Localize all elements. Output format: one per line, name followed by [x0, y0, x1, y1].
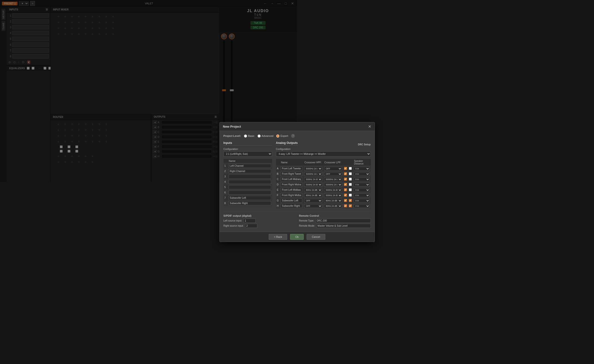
outputs-column: Analog Outputs DRC Setup Configuration: … [276, 141, 297, 182]
modal-columns: Inputs Configuration: 2.1 (Left/Right, S… [224, 141, 297, 182]
output-row-letter: B [276, 171, 280, 177]
radio-advanced: Advanced [258, 134, 274, 138]
radio-advanced-input[interactable] [258, 134, 261, 138]
new-project-modal: New Project ✕ Project Level: Basic Advan… [219, 122, 297, 182]
modal-header: New Project ✕ [220, 122, 297, 131]
input-row-name [228, 163, 272, 169]
input-row-name [228, 174, 272, 179]
output-table-row: A 5000Hz 24 dB L-l OFF [276, 166, 297, 171]
radio-basic: Basic [244, 134, 255, 138]
input-row-num: 2 [224, 169, 228, 174]
input-row-num: 3 [224, 174, 228, 179]
output-row-letter: D [276, 182, 280, 182]
input-name-edit[interactable] [229, 174, 271, 179]
inputs-table: Name: 1 2 3 4 [224, 159, 272, 182]
output-table-row: D 500Hz 24 dB L-R 5000Hz 24 dB L-l [276, 182, 297, 182]
project-level-label: Project Level: [224, 134, 241, 137]
output-row-letter: A [276, 166, 280, 171]
input-table-body: 1 2 3 4 5 6 [224, 163, 272, 182]
modal-overlay: New Project ✕ Project Level: Basic Advan… [0, 0, 297, 182]
input-row-name [228, 179, 272, 182]
output-row-name [280, 182, 297, 182]
output-config-select[interactable]: 4-way: L/R Tweeter >< Midrange >< Woofer [276, 151, 297, 157]
output-row-name [280, 177, 297, 182]
radio-basic-input[interactable] [244, 134, 247, 138]
input-table-row: 3 [224, 174, 272, 179]
output-name-edit[interactable] [281, 177, 297, 181]
input-name-edit[interactable] [229, 164, 271, 168]
output-table-row: C 500Hz 24 dB L-R 5000Hz 24 dB L-l [276, 177, 297, 182]
output-config-label: Configuration: [276, 148, 297, 150]
output-table-row: B 5000Hz 24 dB L-l OFF [276, 171, 297, 177]
project-level-row: Project Level: Basic Advanced Expert ? [224, 134, 297, 138]
input-row-name [228, 169, 272, 174]
help-icon-btn[interactable]: ? [291, 134, 295, 138]
out-th-letter [276, 159, 280, 166]
outputs-table: Name: Crossover HPF: Crossover LPF: Spea… [276, 159, 297, 182]
output-row-name [280, 171, 297, 177]
input-name-edit[interactable] [229, 169, 271, 173]
input-table-row: 2 [224, 169, 272, 174]
output-row-letter: C [276, 177, 280, 182]
modal-body: Project Level: Basic Advanced Expert ? [220, 131, 297, 182]
input-row-num: 4 [224, 179, 228, 182]
input-config-label: Configuration: [224, 148, 272, 150]
input-row-num: 1 [224, 163, 228, 169]
input-name-header: Name: [228, 159, 272, 163]
output-name-edit[interactable] [281, 172, 297, 176]
radio-expert: Expert [276, 134, 288, 138]
modal-title: New Project [223, 125, 241, 128]
radio-advanced-label: Advanced [262, 134, 274, 137]
radio-basic-label: Basic [248, 134, 255, 137]
input-name-edit[interactable] [229, 180, 271, 182]
inputs-col-header: Inputs [224, 141, 272, 146]
input-num-header [224, 159, 228, 163]
output-row-name [280, 166, 297, 171]
output-name-edit[interactable] [281, 166, 297, 171]
input-table-row: 4 [224, 179, 272, 182]
input-table-row: 1 [224, 163, 272, 169]
radio-expert-input[interactable] [276, 134, 279, 138]
input-config-select[interactable]: 2.1 (Left/Right, Sub) [224, 151, 272, 157]
out-th-name: Name: [280, 159, 297, 166]
outputs-col-header: Analog Outputs [276, 141, 297, 146]
inputs-column: Inputs Configuration: 2.1 (Left/Right, S… [224, 141, 272, 182]
radio-expert-label: Expert [280, 134, 288, 137]
output-table-body: A 5000Hz 24 dB L-l OFF [276, 166, 297, 182]
